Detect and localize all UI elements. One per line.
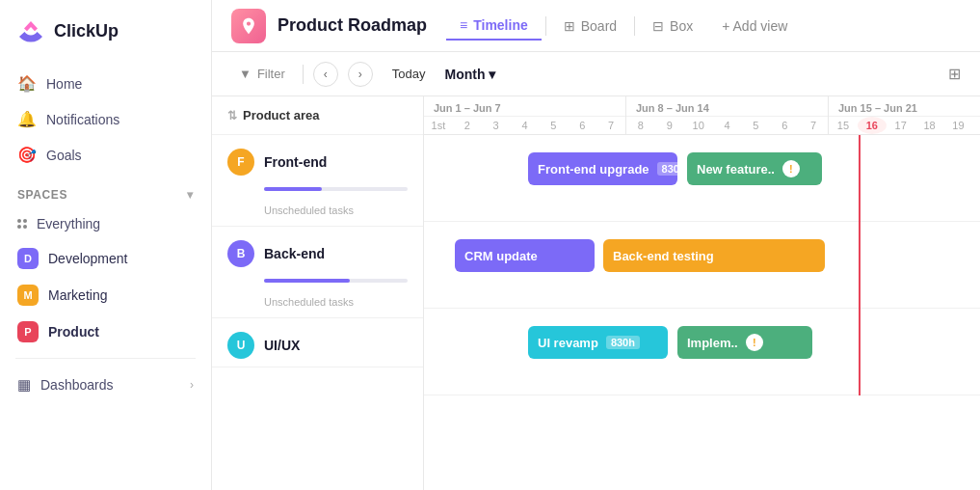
frontend-avatar: F [227, 149, 254, 176]
uiux-hours: 830h [606, 336, 640, 349]
page-title: Product Roadmap [278, 15, 427, 36]
task-bar-backend-testing[interactable]: Back-end testing [603, 239, 825, 272]
backend-progress-bg [264, 279, 408, 283]
timeline-icon: ≡ [460, 17, 467, 33]
roadmap-icon [239, 16, 258, 36]
timeline-row-uiux: UI revamp 830h Implem.. ! [424, 309, 980, 395]
add-view-button[interactable]: + Add view [710, 13, 799, 40]
filter-button[interactable]: ▼ Filter [231, 63, 293, 85]
week-jun1-label: Jun 1 – Jun 7 [424, 96, 625, 117]
today-line [859, 135, 861, 395]
week-jun8-label: Jun 8 – Jun 14 [626, 96, 828, 117]
timeline-row-frontend: Front-end upgrade 830h New feature.. ! [424, 135, 980, 222]
month-dropdown[interactable]: Month ▾ [444, 67, 495, 82]
box-icon: ⊟ [652, 18, 664, 34]
sidebar-item-dashboards[interactable]: ▦ Dashboards › [0, 367, 211, 403]
day-19: 19 [944, 117, 973, 134]
task-bar-ui-revamp[interactable]: UI revamp 830h [528, 326, 668, 359]
sidebar-item-product[interactable]: P Product [0, 313, 211, 350]
layers-icon[interactable]: ⊞ [948, 65, 961, 83]
task-bar-crm[interactable]: CRM update [455, 239, 595, 272]
spaces-chevron-icon[interactable]: ▾ [187, 188, 194, 202]
task-label-implem: Implem.. [687, 336, 738, 350]
everything-item[interactable]: Everything [0, 207, 211, 240]
bell-icon: 🔔 [17, 110, 37, 128]
timeline-body: Front-end upgrade 830h New feature.. ! C… [424, 135, 980, 395]
top-nav: 🏠 Home 🔔 Notifications 🎯 Goals [0, 62, 211, 177]
sidebar-item-goals[interactable]: 🎯 Goals [8, 137, 203, 173]
week-jun1-days: 1st 2 3 4 5 6 7 [424, 117, 625, 134]
toolbar-right: ⊞ [948, 65, 961, 83]
task-bar-implem[interactable]: Implem.. ! [677, 326, 812, 359]
product-area-label: Product area [243, 108, 319, 122]
prev-button[interactable]: ‹ [313, 62, 338, 87]
day-20: 20 [972, 117, 980, 134]
timeline-header: Jun 1 – Jun 7 1st 2 3 4 5 6 7 Jun 8 – Ju… [424, 96, 980, 135]
dashboards-left: ▦ Dashboards [17, 376, 114, 394]
day-15: 15 [829, 117, 858, 134]
sidebar-divider [15, 358, 196, 359]
timeline-wrapper: ⇅ Product area F Front-end Unscheduled t… [212, 96, 980, 490]
board-icon: ⊞ [564, 18, 575, 34]
day-1: 1st [424, 117, 453, 134]
filter-label: Filter [257, 67, 285, 81]
backend-name: Back-end [264, 246, 325, 261]
week-jun8-days: 8 9 10 4 5 6 7 [626, 117, 828, 134]
task-bar-frontend-upgrade[interactable]: Front-end upgrade 830h [528, 152, 677, 185]
sidebar-item-notifications[interactable]: 🔔 Notifications [8, 101, 203, 137]
day-8: 8 [626, 117, 655, 134]
frontend-header: F Front-end [212, 135, 423, 183]
timeline-row-backend: CRM update Back-end testing [424, 222, 980, 309]
spaces-label: Spaces [17, 188, 67, 202]
alert-icon: ! [782, 160, 800, 177]
day-6: 6 [568, 117, 596, 134]
tab-separator-1 [545, 16, 546, 36]
goals-icon: 🎯 [17, 146, 37, 164]
header-tabs: ≡ Timeline ⊞ Board ⊟ Box + Add view [446, 12, 799, 41]
backend-progress-fill [264, 279, 350, 283]
development-label: Development [48, 251, 128, 266]
next-button[interactable]: › [348, 62, 373, 87]
day-3: 3 [482, 117, 511, 134]
tab-board[interactable]: ⊞ Board [550, 13, 630, 40]
frontend-progress-fill [264, 187, 322, 191]
header: Product Roadmap ≡ Timeline ⊞ Board ⊟ Box… [212, 0, 980, 52]
tab-timeline[interactable]: ≡ Timeline [446, 12, 542, 41]
day-6b: 6 [770, 117, 799, 134]
day-16-today: 16 [858, 117, 887, 134]
frontend-unscheduled: Unscheduled tasks [212, 203, 423, 226]
sidebar-item-home[interactable]: 🏠 Home [8, 66, 203, 101]
development-badge: D [17, 248, 39, 269]
week-jun15-label: Jun 15 – Jun 21 [829, 96, 980, 117]
task-bar-new-feature[interactable]: New feature.. ! [687, 152, 822, 185]
day-9: 9 [655, 117, 684, 134]
day-10: 10 [684, 117, 713, 134]
marketing-badge: M [17, 285, 39, 306]
everything-icon [17, 219, 27, 229]
notifications-label: Notifications [46, 112, 119, 127]
marketing-label: Marketing [48, 287, 107, 303]
tab-box[interactable]: ⊟ Box [639, 13, 706, 40]
implem-alert-icon: ! [746, 334, 763, 351]
frontend-name: Front-end [264, 154, 327, 170]
week-jun15-days: 15 16 17 18 19 20 2 [829, 117, 980, 134]
filter-icon: ▼ [239, 67, 252, 81]
sidebar-item-marketing[interactable]: M Marketing [0, 277, 211, 313]
day-5b: 5 [741, 117, 770, 134]
clickup-logo-icon [15, 15, 46, 46]
day-4: 4 [511, 117, 540, 134]
day-5: 5 [539, 117, 568, 134]
today-button[interactable]: Today [383, 63, 436, 85]
frontend-hours: 830h [657, 162, 677, 176]
sidebar-item-development[interactable]: D Development [0, 240, 211, 277]
day-7: 7 [596, 117, 625, 134]
week-jun8: Jun 8 – Jun 14 8 9 10 4 5 6 7 [626, 96, 829, 134]
toolbar: ▼ Filter ‹ › Today Month ▾ ⊞ [212, 52, 980, 96]
product-label: Product [48, 324, 99, 340]
task-label-backend-testing: Back-end testing [613, 249, 714, 263]
task-group-frontend: F Front-end Unscheduled tasks [212, 135, 423, 227]
week-jun1: Jun 1 – Jun 7 1st 2 3 4 5 6 7 [424, 96, 626, 134]
home-icon: 🏠 [17, 74, 37, 93]
everything-label: Everything [37, 216, 100, 231]
uiux-header: U UI/UX [212, 318, 423, 367]
